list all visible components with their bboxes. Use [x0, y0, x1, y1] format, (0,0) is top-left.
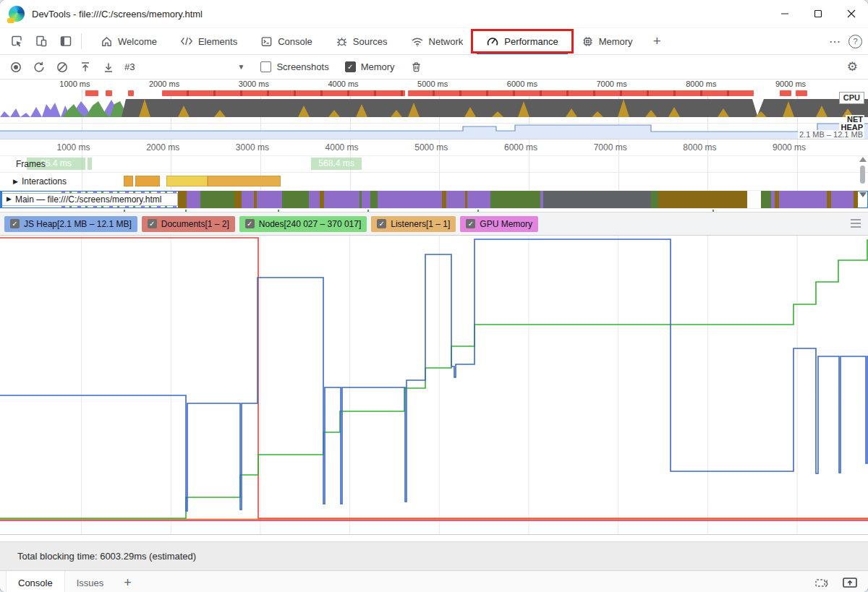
save-profile-button[interactable]	[97, 57, 120, 77]
legend-checkbox[interactable]: ✓	[10, 219, 20, 228]
screenshots-checkbox[interactable]: Screenshots	[260, 61, 328, 72]
tab-console[interactable]: Console	[249, 28, 324, 54]
expand-drawer-icon[interactable]	[842, 576, 858, 589]
inspect-element-icon[interactable]	[4, 30, 29, 52]
flame-event[interactable]	[747, 191, 761, 208]
drawer-tab-console[interactable]: Console	[6, 571, 65, 592]
flame-event[interactable]	[234, 191, 242, 208]
series-js-heap	[0, 239, 868, 511]
more-tabs-button[interactable]: +	[644, 28, 670, 54]
help-button[interactable]: ?	[848, 35, 862, 48]
ruler-tick: 1000 ms	[41, 80, 90, 88]
expander-triangle-icon[interactable]: ▶	[13, 173, 18, 190]
flame-event[interactable]	[779, 191, 827, 208]
devtools-window: DevTools - file:///C:/screens/memory.htm…	[0, 0, 868, 592]
drawer-tab-label: Console	[18, 578, 53, 588]
interactions-track-label: Interactions	[22, 176, 67, 186]
session-selector-value[interactable]: #3	[124, 61, 135, 72]
flame-event[interactable]	[658, 191, 747, 208]
clear-recording-button[interactable]	[51, 57, 74, 77]
add-drawer-tab-button[interactable]: +	[115, 571, 140, 592]
load-profile-button[interactable]	[74, 57, 97, 77]
flame-event[interactable]	[187, 191, 200, 208]
title-bar: DevTools - file:///C:/screens/memory.htm…	[0, 0, 868, 27]
legend-item-gpu[interactable]: ✓GPU Memory	[460, 216, 538, 232]
legend-label: Nodes[240 027 – 370 017]	[259, 219, 361, 229]
legend-checkbox[interactable]: ✓	[148, 219, 157, 228]
ruler-tick: 7000 ms	[578, 142, 627, 153]
flame-event[interactable]	[831, 191, 854, 208]
legend-checkbox[interactable]: ✓	[245, 219, 255, 228]
long-task-marker	[162, 90, 405, 96]
flame-event[interactable]	[309, 191, 320, 208]
flame-event[interactable]	[282, 191, 309, 208]
trash-icon[interactable]	[405, 57, 428, 77]
tab-sources[interactable]: Sources	[324, 28, 399, 54]
emulation-reset-icon[interactable]	[814, 577, 829, 589]
flame-event[interactable]	[200, 191, 234, 208]
flame-event[interactable]	[378, 191, 442, 208]
legend-item-js-heap[interactable]: ✓JS Heap[2.1 MB – 12.1 MB]	[4, 216, 137, 232]
checkbox-unchecked-icon[interactable]	[260, 61, 271, 72]
toolbar-separator	[81, 33, 82, 49]
legend-menu-icon[interactable]	[851, 219, 861, 230]
drawer-tab-bar: Console Issues +	[0, 571, 868, 592]
legend-item-listeners[interactable]: ✓Listeners[1 – 1]	[371, 216, 456, 232]
flame-event[interactable]	[178, 191, 187, 208]
tab-network[interactable]: Network	[399, 28, 475, 54]
activity-bar-layout-icon[interactable]	[54, 30, 78, 52]
overview-ruler: 1000 ms2000 ms3000 ms4000 ms5000 ms6000 …	[0, 80, 868, 90]
record-button[interactable]	[4, 57, 27, 77]
series-nodes	[0, 240, 868, 518]
scroll-up-icon[interactable]	[859, 157, 867, 162]
legend-item-nodes[interactable]: ✓Nodes[240 027 – 370 017]	[239, 216, 367, 232]
flame-event[interactable]	[242, 191, 254, 208]
drawer-tab-issues[interactable]: Issues	[65, 571, 116, 592]
more-options-button[interactable]: ⋯	[829, 35, 841, 48]
flame-event[interactable]	[490, 191, 540, 208]
tab-label: Sources	[353, 36, 388, 47]
expander-triangle-icon[interactable]: ▶	[7, 195, 12, 202]
capture-settings-gear-icon[interactable]: ⚙	[847, 59, 858, 74]
scrollbar-thumb[interactable]	[860, 166, 865, 184]
frames-track[interactable]: Frames 35.4 ms568.4 ms	[0, 156, 868, 173]
memory-checkbox[interactable]: ✓ Memory	[345, 61, 395, 72]
tab-elements[interactable]: Elements	[169, 28, 249, 54]
flame-event[interactable]	[362, 191, 370, 208]
legend-item-documents[interactable]: ✓Documents[1 – 2]	[142, 216, 235, 232]
flame-event[interactable]	[543, 191, 651, 208]
main-thread-track[interactable]: ▶ Main — file:///C:/screens/memory.html	[0, 191, 868, 209]
flame-event[interactable]	[761, 191, 771, 208]
ruler-tick: 6000 ms	[488, 142, 537, 153]
scroll-down-icon[interactable]	[859, 192, 867, 197]
interactions-track[interactable]: ▶Interactions	[0, 173, 868, 191]
flame-event[interactable]	[467, 191, 490, 208]
flame-event[interactable]	[370, 191, 378, 208]
legend-checkbox[interactable]: ✓	[377, 219, 386, 228]
tab-memory[interactable]: Memory	[570, 28, 644, 54]
tab-label: Performance	[504, 36, 558, 47]
device-emulation-icon[interactable]	[29, 30, 54, 52]
flame-event[interactable]	[257, 191, 282, 208]
chevron-down-icon[interactable]: ▼	[237, 63, 244, 71]
maximize-button[interactable]	[801, 0, 835, 27]
legend-checkbox[interactable]: ✓	[466, 219, 475, 228]
flame-event[interactable]	[446, 191, 465, 208]
timeline-overview[interactable]: 1000 ms2000 ms3000 ms4000 ms5000 ms6000 …	[0, 80, 868, 140]
flame-event[interactable]	[324, 191, 359, 208]
close-button[interactable]	[835, 0, 868, 27]
ruler-tick: 7000 ms	[578, 80, 627, 88]
checkbox-checked-icon[interactable]: ✓	[345, 61, 356, 72]
tab-performance[interactable]: Performance	[475, 28, 569, 54]
tracks-scrollbar[interactable]	[858, 155, 867, 206]
main-track-label-box[interactable]: ▶ Main — file:///C:/screens/memory.html	[1, 193, 178, 206]
reload-and-record-button[interactable]	[27, 57, 51, 77]
memory-counters-chart[interactable]	[0, 236, 868, 535]
ruler-tick: 5000 ms	[399, 142, 448, 153]
minimize-button[interactable]	[768, 0, 801, 27]
tab-welcome[interactable]: Welcome	[89, 28, 169, 54]
ruler-tick: 4000 ms	[310, 142, 359, 153]
ruler-tick: 2000 ms	[130, 142, 179, 153]
flame-event[interactable]	[651, 191, 658, 208]
series-documents	[0, 238, 868, 518]
